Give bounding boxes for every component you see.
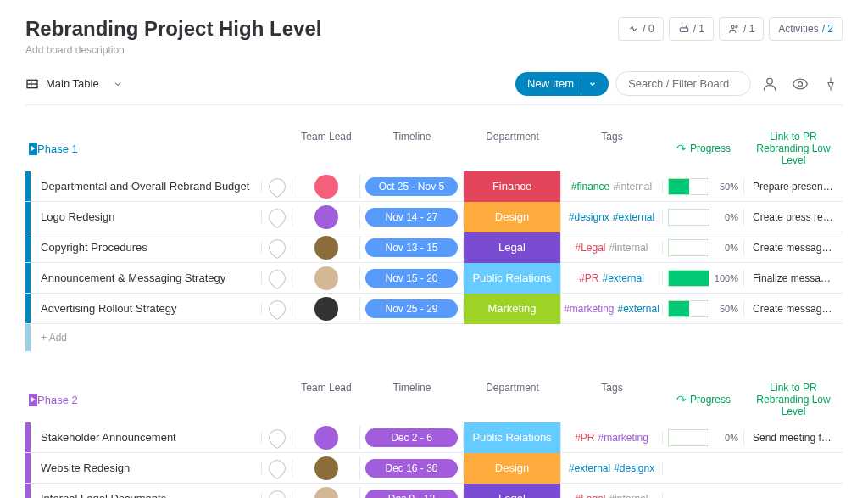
person-filter-icon[interactable]: [758, 72, 782, 96]
department-cell[interactable]: Legal: [464, 484, 561, 499]
link-cell[interactable]: Create press release: [744, 211, 843, 223]
item-name[interactable]: Logo Redesign: [31, 210, 262, 223]
timeline-cell[interactable]: Nov 14 - 27: [360, 208, 464, 227]
team-lead-cell[interactable]: [292, 297, 360, 321]
timeline-cell[interactable]: Nov 25 - 29: [360, 299, 464, 318]
timeline-cell[interactable]: Dec 2 - 6: [360, 428, 464, 447]
automations-badge[interactable]: / 0: [618, 17, 663, 41]
progress-cell[interactable]: 100%: [663, 270, 744, 287]
column-header[interactable]: Department: [464, 126, 561, 171]
timeline-cell[interactable]: Nov 13 - 15: [360, 238, 464, 257]
column-header[interactable]: Tags: [561, 377, 663, 422]
item-name[interactable]: Announcement & Messaging Strategy: [31, 271, 262, 284]
department-cell[interactable]: Finance: [464, 171, 561, 202]
tags-cell[interactable]: #PR#marketing: [561, 432, 663, 444]
tags-cell[interactable]: #marketing#external: [561, 303, 663, 315]
link-cell[interactable]: Prepare presentation for board memb...: [744, 181, 843, 193]
item-name[interactable]: Stakeholder Announcement: [31, 431, 262, 444]
column-header[interactable]: Team Lead: [292, 377, 360, 422]
team-lead-cell[interactable]: [292, 175, 360, 199]
item-name[interactable]: Copyright Procedures: [31, 241, 262, 254]
link-cell[interactable]: Send meeting follow up and documen...: [744, 432, 843, 444]
column-header-link[interactable]: Link to PR Rebranding Low Level: [744, 377, 843, 422]
team-lead-cell[interactable]: [292, 236, 360, 260]
column-header[interactable]: Tags: [561, 126, 663, 171]
department-cell[interactable]: Marketing: [464, 294, 561, 324]
eye-icon[interactable]: [788, 72, 812, 96]
table-row[interactable]: Logo RedesignNov 14 - 27Design#designx#e…: [25, 202, 843, 232]
timeline-cell[interactable]: Nov 15 - 20: [360, 269, 464, 288]
team-lead-cell[interactable]: [292, 487, 360, 499]
integrations-badge[interactable]: / 1: [669, 17, 714, 41]
item-name[interactable]: Website Redesign: [31, 462, 262, 474]
team-lead-cell[interactable]: [292, 426, 360, 450]
conversation-button[interactable]: [262, 209, 292, 226]
timeline-cell[interactable]: Oct 25 - Nov 5: [360, 177, 464, 196]
table-row[interactable]: Website RedesignDec 16 - 30Design#extern…: [25, 453, 843, 484]
tags-cell[interactable]: #Legal#internal: [561, 493, 663, 499]
department-cell[interactable]: Design: [464, 453, 561, 484]
timeline-cell[interactable]: Dec 9 - 12: [360, 490, 464, 499]
item-name[interactable]: Departmental and Overall Rebrand Budget: [31, 180, 262, 193]
department-cell[interactable]: Design: [464, 202, 561, 232]
table-row[interactable]: Copyright ProceduresNov 13 - 15Legal#Leg…: [25, 232, 843, 263]
group-name[interactable]: Phase 1: [37, 143, 78, 155]
board-description[interactable]: Add board description: [25, 44, 321, 56]
conversation-button[interactable]: [262, 429, 292, 446]
conversation-button[interactable]: [262, 178, 292, 195]
table-row[interactable]: Internal Legal DocumentsDec 9 - 12Legal#…: [25, 484, 843, 498]
column-header[interactable]: Timeline: [360, 377, 464, 422]
item-name[interactable]: Advertising Rollout Strategy: [31, 302, 262, 315]
column-header[interactable]: Department: [464, 377, 561, 422]
team-lead-cell[interactable]: [292, 266, 360, 290]
timeline-cell[interactable]: Dec 16 - 30: [360, 459, 464, 478]
progress-cell[interactable]: 50%: [663, 178, 744, 195]
department-cell[interactable]: Legal: [464, 232, 561, 263]
conversation-button[interactable]: [262, 490, 292, 499]
table-row[interactable]: Advertising Rollout StrategyNov 25 - 29M…: [25, 294, 843, 324]
tags-cell[interactable]: #designx#external: [561, 211, 663, 223]
group-name[interactable]: Phase 2: [37, 394, 78, 406]
members-badge[interactable]: / 1: [719, 17, 764, 41]
tags-cell[interactable]: #external#designx: [561, 462, 663, 474]
column-header-link[interactable]: Link to PR Rebranding Low Level: [744, 126, 843, 171]
pin-icon[interactable]: [819, 72, 843, 96]
progress-cell[interactable]: 0%: [663, 239, 744, 256]
conversation-button[interactable]: [262, 460, 292, 477]
column-header[interactable]: Timeline: [360, 126, 464, 171]
progress-cell[interactable]: 50%: [663, 300, 744, 317]
table-row[interactable]: Stakeholder AnnouncementDec 2 - 6Public …: [25, 422, 843, 453]
conversation-button[interactable]: [262, 300, 292, 317]
group-collapse-toggle[interactable]: [29, 143, 37, 155]
team-lead-cell[interactable]: [292, 205, 360, 229]
svg-rect-0: [680, 28, 687, 32]
new-item-button[interactable]: New Item: [515, 72, 609, 96]
avatar: [314, 487, 338, 499]
tags-cell[interactable]: #finance#internal: [561, 181, 663, 193]
group-collapse-toggle[interactable]: [29, 394, 37, 406]
team-lead-cell[interactable]: [292, 456, 360, 480]
avatar: [314, 266, 338, 290]
item-name[interactable]: Internal Legal Documents: [31, 492, 262, 498]
tags-cell[interactable]: #PR#external: [561, 272, 663, 284]
link-cell[interactable]: Finalize message rollout strategy: [744, 272, 843, 284]
column-header-progress[interactable]: ↷ Progress: [663, 377, 744, 422]
add-item-row[interactable]: + Add: [25, 324, 843, 351]
column-header[interactable]: Team Lead: [292, 126, 360, 171]
department-cell[interactable]: Public Relations: [464, 263, 561, 294]
table-row[interactable]: Announcement & Messaging StrategyNov 15 …: [25, 263, 843, 294]
department-cell[interactable]: Public Relations: [464, 422, 561, 453]
tags-cell[interactable]: #Legal#internal: [561, 242, 663, 254]
progress-cell[interactable]: 0%: [663, 209, 744, 226]
people-icon: [728, 23, 740, 35]
column-header-progress[interactable]: ↷ Progress: [663, 126, 744, 171]
activities-badge[interactable]: Activities / 2: [769, 17, 843, 41]
conversation-button[interactable]: [262, 270, 292, 287]
table-row[interactable]: Departmental and Overall Rebrand BudgetO…: [25, 171, 843, 202]
search-input[interactable]: [615, 71, 751, 96]
link-cell[interactable]: Create messaging copy for website la...: [744, 303, 843, 315]
conversation-button[interactable]: [262, 239, 292, 256]
link-cell[interactable]: Create messaging copy for social plat...: [744, 242, 843, 254]
view-selector[interactable]: Main Table: [25, 77, 123, 91]
progress-cell[interactable]: 0%: [663, 429, 744, 446]
